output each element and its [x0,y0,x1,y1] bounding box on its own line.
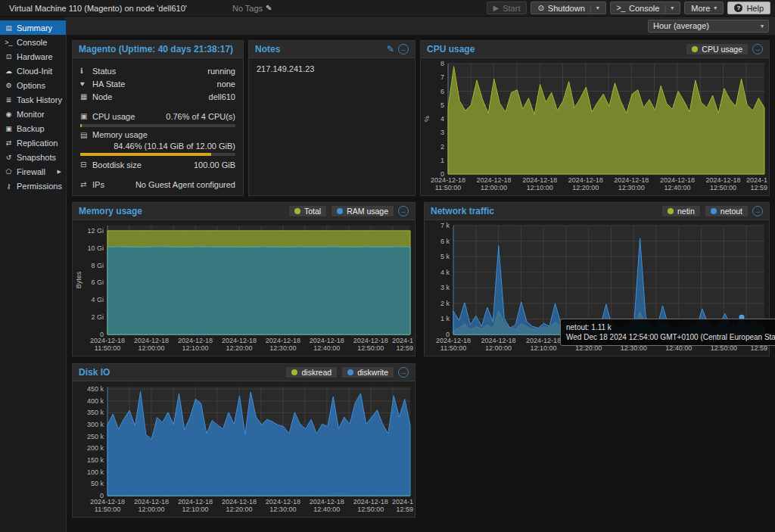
cloud-init-icon: ☁ [5,67,13,75]
legend-dot [291,369,297,375]
svg-text:8: 8 [440,60,444,67]
legend-diskread[interactable]: diskread [285,366,338,378]
svg-text:12:10:00: 12:10:00 [182,344,208,352]
svg-text:1: 1 [440,157,444,164]
start-icon: ▶ [493,4,500,12]
sidebar-item-monitor[interactable]: ◉Monitor [0,107,66,121]
expand-network-chart-icon[interactable]: → [752,206,763,216]
svg-text:11:50:00: 11:50:00 [95,506,120,513]
svg-text:300 k: 300 k [87,421,104,428]
legend-dot [711,208,717,214]
svg-text:1 k: 1 k [440,315,450,322]
cpu-usage-value: 0.76% of 4 CPU(s) [166,112,235,121]
sidebar-item-replication[interactable]: ⇄Replication [0,135,66,150]
svg-text:350 k: 350 k [87,409,104,416]
legend-netout[interactable]: netout [705,205,749,217]
no-tags-label: No Tags [232,4,263,13]
disk-chart-panel: Disk IO diskread diskwrite → 050 k100 k [72,363,416,518]
expand-notes-icon[interactable]: → [398,44,409,54]
memory-usage-chart[interactable]: 02 Gi4 Gi6 Gi8 Gi10 Gi12 Gi2024-12-1811:… [73,220,415,356]
svg-text:12 Gi: 12 Gi [87,227,104,235]
legend-dot [337,208,343,214]
timeframe-value: Hour (average) [653,21,709,30]
shutdown-button[interactable]: ⊙ Shutdown | ▾ [531,2,605,14]
help-button[interactable]: ? Help [727,2,770,14]
bootdisk-row: ⊟ Bootdisk size 100.00 GiB [80,158,235,171]
svg-text:2024-12-18: 2024-12-18 [526,337,561,344]
sidebar-item-firewall[interactable]: ⬠Firewall▶ [0,164,66,179]
heartbeat-icon: ♥ [80,79,92,88]
edit-notes-icon[interactable]: ✎ [387,44,394,54]
svg-text:2024-12-18: 2024-12-18 [90,498,125,506]
svg-text:2024-12-18: 2024-12-18 [134,337,169,344]
task history-icon: ≣ [5,96,13,104]
svg-text:2024-12-18: 2024-12-18 [353,498,388,506]
legend-ram-usage[interactable]: RAM usage [331,205,394,217]
legend-diskwrite[interactable]: diskwrite [341,366,394,378]
svg-text:12:00:00: 12:00:00 [138,506,164,513]
sidebar-item-task-history[interactable]: ≣Task History [0,92,66,107]
start-button[interactable]: ▶ Start [487,2,528,14]
svg-text:2024-12-18: 2024-12-18 [90,337,125,344]
sidebar-item-hardware[interactable]: ⊡Hardware [0,49,66,64]
svg-text:250 k: 250 k [87,433,104,440]
sidebar-item-backup[interactable]: ▣Backup [0,121,66,135]
backup-icon: ▣ [5,125,13,132]
sidebar-item-cloud-init[interactable]: ☁Cloud-Init [0,64,66,78]
svg-text:%: % [423,116,431,122]
svg-text:450 k: 450 k [87,385,104,393]
hdd-icon: ⊟ [80,160,92,169]
cpu-usage-row: ▣ CPU usage 0.76% of 4 CPU(s) [80,110,235,123]
legend-netin[interactable]: netin [661,205,701,217]
building-icon: ▦ [80,92,92,101]
sidebar-item-permissions[interactable]: ⚷Permissions [0,179,66,193]
svg-text:12:59: 12:59 [396,344,413,352]
permissions-icon: ⚷ [5,182,13,190]
svg-text:2024-12-18: 2024-12-18 [436,337,471,344]
more-button[interactable]: More ▾ [684,2,724,14]
svg-text:12:10:00: 12:10:00 [527,184,553,191]
svg-text:2024-12-18: 2024-12-18 [178,337,213,344]
cpu-usage-bar [80,124,235,127]
expand-memory-chart-icon[interactable]: → [398,206,409,216]
chevron-down-icon: ▾ [714,5,717,11]
svg-text:12:00:00: 12:00:00 [481,184,507,191]
notes-panel: Notes ✎ → 217.149.241.23 [248,40,416,196]
sidebar-item-options[interactable]: ⚙Options [0,78,66,92]
svg-text:12:30:00: 12:30:00 [269,506,296,513]
memory-usage-value: 84.46% (10.14 GiB of 12.00 GiB) [114,142,235,151]
help-icon: ? [734,4,742,12]
svg-text:2 k: 2 k [440,300,450,307]
status-row: ℹ Status running [80,64,235,77]
console-button[interactable]: >_ Console | ▾ [610,2,681,14]
legend-cpu-usage[interactable]: CPU usage [686,43,749,55]
chevron-down-icon[interactable]: ▾ [671,5,674,11]
svg-text:4 Gi: 4 Gi [91,296,104,303]
svg-text:2024-12-18: 2024-12-18 [614,176,649,184]
cpu-usage-chart[interactable]: 0123456782024-12-1811:50:002024-12-1812:… [421,58,769,195]
sidebar-item-console[interactable]: >_Console [0,35,66,49]
legend-dot [347,369,353,375]
svg-text:2024-12-18: 2024-12-18 [705,176,740,184]
terminal-icon: >_ [617,4,625,12]
svg-text:11:50:00: 11:50:00 [95,344,120,352]
cpu-panel-title: CPU usage [427,44,475,54]
expand-cpu-chart-icon[interactable]: → [752,44,763,54]
edit-tags-icon[interactable]: ✎ [266,4,272,12]
expand-disk-chart-icon[interactable]: → [398,367,409,378]
svg-text:2024-12-18: 2024-12-18 [178,498,213,506]
svg-text:12:10:00: 12:10:00 [531,344,557,352]
tags-area[interactable]: No Tags ✎ [232,4,272,13]
svg-text:12:10:00: 12:10:00 [182,506,208,513]
svg-text:2024-12-18: 2024-12-18 [310,337,344,344]
svg-text:2024-12-18: 2024-12-18 [522,176,557,184]
legend-total[interactable]: Total [288,205,327,217]
timeframe-select[interactable]: Hour (average) ▾ [648,20,769,33]
disk-io-chart[interactable]: 050 k100 k150 k200 k250 k300 k350 k400 k… [73,381,415,517]
chevron-down-icon[interactable]: ▾ [596,5,599,11]
power-icon: ⊙ [537,4,543,12]
notes-content[interactable]: 217.149.241.23 [249,58,415,195]
sidebar-item-snapshots[interactable]: ↺Snapshots [0,150,66,164]
svg-text:4: 4 [440,115,444,123]
sidebar-item-summary[interactable]: ▤Summary [0,20,66,35]
